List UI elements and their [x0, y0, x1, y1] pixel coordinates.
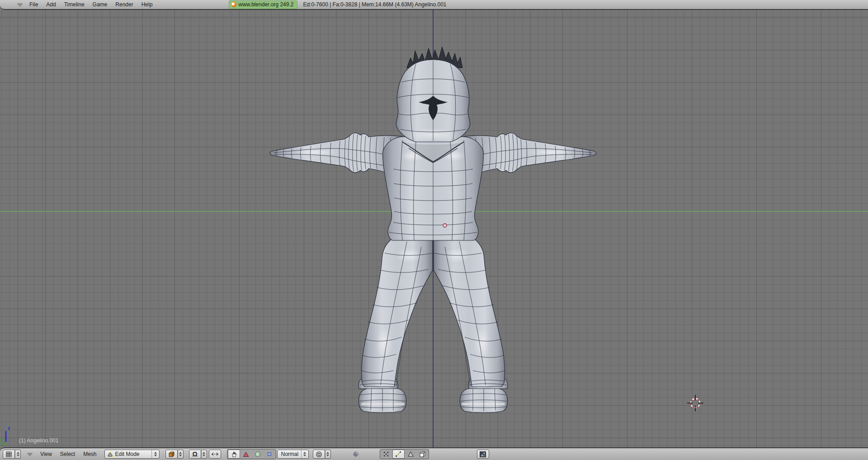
drawtype-stepper[interactable] [178, 450, 184, 459]
drawtype-button[interactable] [165, 450, 178, 459]
snap-button[interactable] [350, 450, 362, 459]
orientation-dropdown[interactable]: Normal [277, 450, 309, 459]
editmode-icon [107, 451, 113, 457]
cursor-3d [687, 395, 703, 411]
mini-axis-gizmo: z x [0, 425, 10, 446]
vertex-select-icon [383, 451, 389, 457]
face-select-button[interactable] [405, 450, 416, 458]
hand-icon [231, 451, 237, 458]
version-badge: www.blender.org 249.2 [229, 0, 297, 9]
axis-z-label: z [8, 425, 10, 431]
concentric-circles-icon [316, 451, 322, 458]
menu-timeline[interactable]: Timeline [60, 0, 89, 9]
menu-view[interactable]: View [36, 450, 56, 458]
scene-stats: Ed:0-7600 | Fa:0-3828 | Mem:14.66M (4.63… [303, 1, 446, 8]
pivot-rotation-icon: Ω [192, 451, 197, 457]
menu-game[interactable]: Game [89, 0, 112, 9]
render-photo-icon [479, 451, 486, 458]
model-canvas[interactable]: z x [0, 0, 868, 460]
mode-dropdown-stepper[interactable] [151, 450, 159, 458]
menu-help[interactable]: Help [137, 0, 157, 9]
edge-select-icon [395, 451, 401, 457]
proportional-stepper[interactable] [325, 450, 331, 459]
manipulator-scale-button[interactable] [264, 450, 275, 458]
drawtype-solid-cube-icon [168, 451, 175, 458]
render-preview-button[interactable] [477, 450, 489, 459]
viewport-object-label: (1) Angelino.001 [19, 437, 58, 444]
manipulator-group [227, 449, 276, 459]
pivot-button[interactable]: Ω [189, 450, 201, 459]
object-center-dot [443, 224, 447, 227]
vertex-select-button[interactable] [381, 450, 392, 458]
blender-logo-icon [231, 2, 236, 7]
viewport-menu-collapse-icon[interactable] [27, 453, 33, 456]
editor-type-button[interactable] [3, 450, 15, 459]
rotate-green-circle-icon [255, 451, 261, 457]
face-select-icon [407, 451, 414, 457]
translate-red-triangle-icon [243, 451, 249, 457]
mode-dropdown[interactable]: Edit Mode [104, 450, 160, 459]
proportional-edit-button[interactable] [313, 450, 325, 459]
mode-dropdown-label: Edit Mode [113, 451, 142, 457]
select-mode-group [380, 449, 429, 459]
editor-type-stepper[interactable] [15, 450, 21, 459]
character-head [396, 60, 470, 142]
header-collapse-icon[interactable] [17, 3, 23, 6]
version-badge-text: www.blender.org 249.2 [238, 1, 293, 8]
magnet-icon [352, 451, 359, 458]
menu-mesh[interactable]: Mesh [79, 450, 100, 458]
dashed-axes-icon [211, 451, 219, 457]
manipulator-axes-button[interactable] [209, 450, 221, 459]
grid-editor-icon [5, 451, 12, 458]
menu-file[interactable]: File [25, 0, 42, 9]
axis-x-label: x [0, 437, 3, 442]
orientation-stepper[interactable] [301, 450, 308, 458]
menu-select[interactable]: Select [56, 450, 79, 458]
occlude-geometry-button[interactable] [417, 450, 428, 458]
orientation-label: Normal [279, 451, 302, 457]
menu-render[interactable]: Render [111, 0, 137, 9]
occlude-cube-icon [419, 451, 426, 458]
character-torso [383, 136, 484, 240]
pivot-stepper[interactable] [201, 450, 207, 459]
viewport-header: View Select Mesh Edit Mode Ω [0, 447, 868, 460]
manipulator-hand-button[interactable] [228, 450, 240, 459]
edge-select-button[interactable] [392, 450, 405, 459]
scale-blue-square-icon [267, 451, 272, 457]
manipulator-rotate-button[interactable] [252, 450, 264, 458]
blender-window: z x (1) Angelino.001 File Add Timeline G… [0, 0, 868, 460]
top-header: File Add Timeline Game Render Help www.b… [0, 0, 868, 10]
menu-add[interactable]: Add [42, 0, 60, 9]
manipulator-translate-button[interactable] [241, 450, 252, 458]
